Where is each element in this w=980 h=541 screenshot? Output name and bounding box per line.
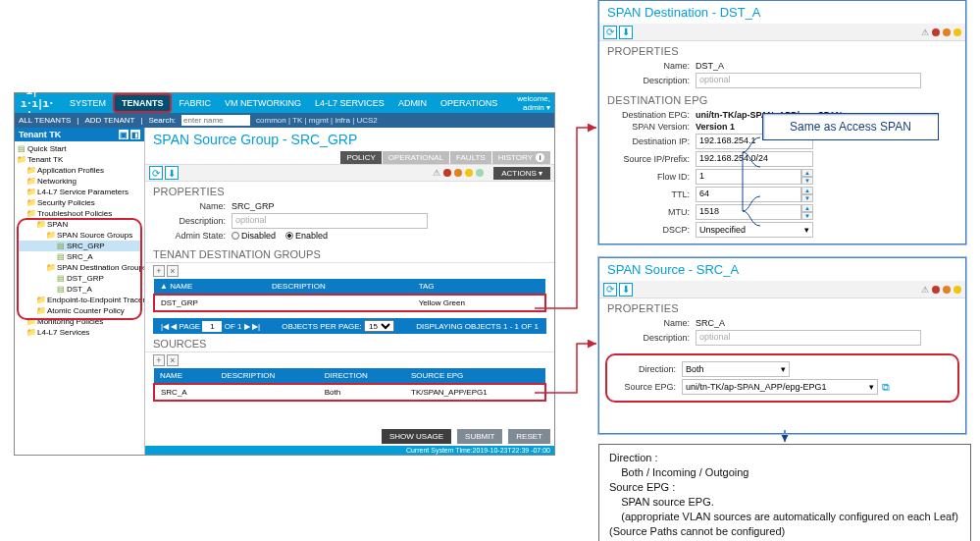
tree-node[interactable]: Quick Start xyxy=(17,143,142,154)
tab-operational[interactable]: OPERATIONAL xyxy=(383,151,449,164)
tree-node[interactable]: Application Profiles xyxy=(17,165,142,176)
col-desc[interactable]: DESCRIPTION xyxy=(266,279,413,295)
search-input[interactable] xyxy=(181,115,250,126)
refresh-icon[interactable]: ⟳ xyxy=(603,283,617,297)
tree-node[interactable]: Endpoint-to-Endpoint Traceroute Pol... xyxy=(17,295,142,305)
spin-up-icon[interactable]: ▲ xyxy=(801,187,813,194)
src-col-desc[interactable]: DESCRIPTION xyxy=(216,368,319,384)
p1-flow-label: Flow ID: xyxy=(607,172,696,182)
p1-ttl-input[interactable]: 64 xyxy=(696,187,801,202)
alert-icons: ⚠ xyxy=(433,168,484,178)
tree-node[interactable]: SRC_GRP xyxy=(17,241,142,251)
tree-node[interactable]: Troubleshoot Policies xyxy=(17,208,142,219)
fault-critical-icon[interactable] xyxy=(443,169,451,177)
col-tag[interactable]: TAG xyxy=(413,279,545,295)
p1-flow-input[interactable]: 1 xyxy=(696,169,801,185)
show-usage-button[interactable]: SHOW USAGE xyxy=(382,429,451,444)
tree-node[interactable]: Security Policies xyxy=(17,197,142,208)
nav-tree[interactable]: Quick StartTenant TKApplication Profiles… xyxy=(15,141,144,455)
link-add-tenant[interactable]: ADD TENANT xyxy=(84,116,134,125)
pager-prev-icon[interactable]: |◀ ◀ xyxy=(161,322,177,331)
add-source-icon[interactable]: + xyxy=(153,354,165,366)
tab-policy[interactable]: POLICY xyxy=(340,151,381,164)
radio-disabled[interactable]: Disabled xyxy=(232,231,276,241)
fault-major-icon[interactable] xyxy=(943,28,951,36)
p1-dscp-select[interactable]: Unspecified▾ xyxy=(696,222,813,238)
fault-minor-icon[interactable] xyxy=(954,28,961,36)
tree-node[interactable]: L4-L7 Service Parameters xyxy=(17,187,142,197)
folder-icon xyxy=(26,317,35,326)
p2-source-epg-select[interactable]: uni/tn-TK/ap-SPAN_APP/epg-EPG1▾ xyxy=(682,379,878,395)
spin-up-icon[interactable]: ▲ xyxy=(801,204,813,212)
tree-node[interactable]: DST_A xyxy=(17,284,142,295)
tree-node-label: L4-L7 Service Parameters xyxy=(37,188,129,196)
menu-vm-networking[interactable]: VM NETWORKING xyxy=(218,93,308,113)
p2-direction-select[interactable]: Both▾ xyxy=(682,361,790,377)
download-icon[interactable]: ⬇ xyxy=(619,283,633,297)
tree-node[interactable]: Atomic Counter Policy xyxy=(17,305,142,316)
spin-down-icon[interactable]: ▼ xyxy=(801,194,813,202)
pager-page-label: PAGE xyxy=(180,322,201,331)
tree-node[interactable]: Monitoring Policies xyxy=(17,316,142,327)
tree-collapse-icon[interactable]: ◧ xyxy=(130,130,140,139)
menu-fabric[interactable]: FABRIC xyxy=(172,93,218,113)
fault-critical-icon[interactable] xyxy=(932,28,940,36)
src-col-epg[interactable]: SOURCE EPG xyxy=(405,368,545,384)
tdg-row[interactable]: DST_GRP Yellow Green xyxy=(154,295,545,311)
menu-l4l7-services[interactable]: L4-L7 SERVICES xyxy=(308,93,391,113)
submit-button[interactable]: SUBMIT xyxy=(457,429,502,444)
tree-node[interactable]: SPAN Destination Groups xyxy=(17,262,142,273)
fault-warning-icon[interactable] xyxy=(476,169,484,177)
tab-faults[interactable]: FAULTS xyxy=(450,151,491,164)
tree-expand-icon[interactable]: ▣ xyxy=(119,130,129,139)
src-col-dir[interactable]: DIRECTION xyxy=(319,368,405,384)
tab-history[interactable]: HISTORYi xyxy=(492,151,550,164)
tree-node[interactable]: DST_GRP xyxy=(17,273,142,284)
menu-admin[interactable]: ADMIN xyxy=(391,93,434,113)
info-icon[interactable]: i xyxy=(536,153,544,162)
p1-description-input[interactable]: optional xyxy=(696,73,921,88)
menu-system[interactable]: SYSTEM xyxy=(63,93,113,113)
fault-major-icon[interactable] xyxy=(454,169,462,177)
refresh-icon[interactable]: ⟳ xyxy=(603,26,617,39)
tenant-crumbs[interactable]: common | TK | mgmt | infra | UCS2 xyxy=(256,116,378,125)
pager-page-input[interactable] xyxy=(202,321,222,332)
add-icon[interactable]: + xyxy=(153,265,165,277)
spin-up-icon[interactable]: ▲ xyxy=(801,169,813,177)
remove-source-icon[interactable]: × xyxy=(167,354,179,366)
spin-down-icon[interactable]: ▼ xyxy=(801,212,813,220)
menu-operations[interactable]: OPERATIONS xyxy=(434,93,504,113)
download-icon[interactable]: ⬇ xyxy=(619,26,633,39)
col-name[interactable]: ▲ NAME xyxy=(154,279,266,295)
refresh-icon[interactable]: ⟳ xyxy=(149,166,163,180)
src-row[interactable]: SRC_A Both TK/SPAN_APP/EPG1 xyxy=(154,384,545,401)
p1-sip-input[interactable]: 192.168.254.0/24 xyxy=(696,151,813,167)
fault-minor-icon[interactable] xyxy=(954,286,961,294)
p2-description-input[interactable]: optional xyxy=(696,330,921,346)
menu-tenants[interactable]: TENANTS xyxy=(113,93,173,113)
radio-enabled[interactable]: Enabled xyxy=(285,231,328,241)
fault-minor-icon[interactable] xyxy=(465,169,473,177)
tree-node[interactable]: SPAN Source Groups xyxy=(17,230,142,241)
fault-major-icon[interactable] xyxy=(943,286,951,294)
pager-next-icon[interactable]: ▶ ▶| xyxy=(244,322,260,331)
src-col-name[interactable]: NAME xyxy=(154,368,216,384)
opp-select[interactable]: 15 xyxy=(364,320,394,332)
tree-node[interactable]: SPAN xyxy=(17,219,142,230)
actions-dropdown[interactable]: ACTIONS ▾ xyxy=(493,167,550,180)
description-input[interactable]: optional xyxy=(232,213,428,229)
link-all-tenants[interactable]: ALL TENANTS xyxy=(19,116,71,125)
folder-icon xyxy=(26,188,35,196)
p1-mtu-input[interactable]: 1518 xyxy=(696,204,801,220)
ext-link-icon[interactable]: ⧉ xyxy=(882,381,890,394)
download-icon[interactable]: ⬇ xyxy=(165,166,179,180)
spin-down-icon[interactable]: ▼ xyxy=(801,177,813,185)
tree-node[interactable]: Tenant TK xyxy=(17,154,142,165)
remove-icon[interactable]: × xyxy=(167,265,179,277)
tree-node[interactable]: SRC_A xyxy=(17,251,142,262)
tree-node[interactable]: Networking xyxy=(17,176,142,187)
welcome-user[interactable]: welcome, admin ▾ xyxy=(504,94,554,112)
reset-button[interactable]: RESET xyxy=(508,429,550,444)
fault-critical-icon[interactable] xyxy=(932,286,940,294)
tree-node[interactable]: L4-L7 Services xyxy=(17,327,142,338)
